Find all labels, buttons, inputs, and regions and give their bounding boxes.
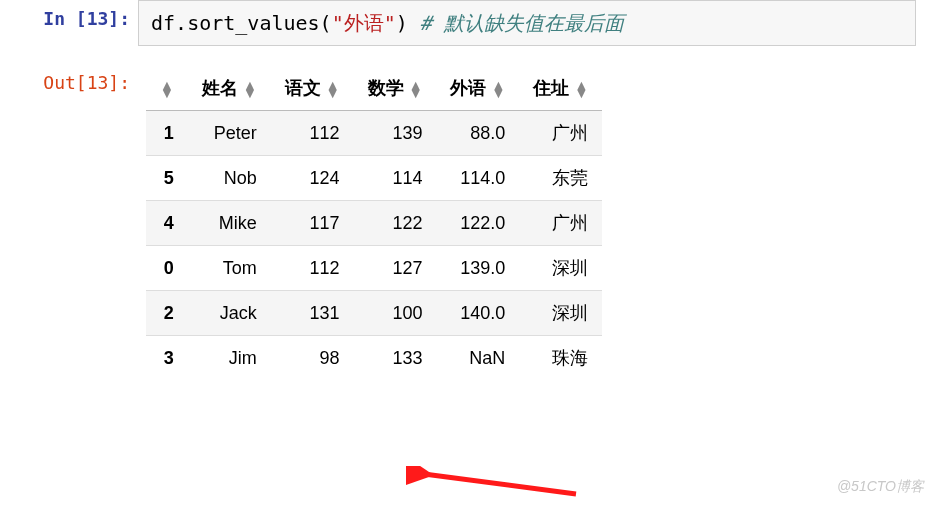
code-open-paren: (	[320, 11, 332, 35]
sort-icon[interactable]: ▲▼	[243, 81, 257, 97]
table-cell: 112	[271, 111, 354, 156]
table-row: 1Peter11213988.0广州	[146, 111, 602, 156]
index-header[interactable]: ▲▼	[146, 66, 188, 111]
table-cell: 珠海	[519, 336, 602, 381]
table-header: ▲▼姓名 ▲▼语文 ▲▼数学 ▲▼外语 ▲▼住址 ▲▼	[146, 66, 602, 111]
sort-icon[interactable]: ▲▼	[492, 81, 506, 97]
table-row: 2Jack131100140.0深圳	[146, 291, 602, 336]
row-index: 2	[146, 291, 188, 336]
code-comment: # 默认缺失值在最后面	[420, 11, 624, 35]
table-cell: 139	[354, 111, 437, 156]
table-cell: 114	[354, 156, 437, 201]
table-row: 3Jim98133NaN珠海	[146, 336, 602, 381]
code-method: .sort_values	[175, 11, 320, 35]
table-cell: 东莞	[519, 156, 602, 201]
table-cell: 88.0	[436, 111, 519, 156]
table-row: 4Mike117122122.0广州	[146, 201, 602, 246]
code-input[interactable]: df.sort_values("外语") # 默认缺失值在最后面	[138, 0, 916, 46]
table-cell: 深圳	[519, 246, 602, 291]
table-cell: 140.0	[436, 291, 519, 336]
in-prompt: In [13]:	[0, 0, 138, 29]
sort-icon[interactable]: ▲▼	[326, 81, 340, 97]
row-index: 5	[146, 156, 188, 201]
table-cell: 124	[271, 156, 354, 201]
column-label: 住址	[533, 78, 569, 98]
table-cell: 112	[271, 246, 354, 291]
table-cell: 114.0	[436, 156, 519, 201]
table-cell: 139.0	[436, 246, 519, 291]
svg-line-0	[424, 474, 576, 494]
column-header[interactable]: 数学 ▲▼	[354, 66, 437, 111]
table-cell: Peter	[188, 111, 271, 156]
table-cell: 100	[354, 291, 437, 336]
column-header[interactable]: 语文 ▲▼	[271, 66, 354, 111]
row-index: 4	[146, 201, 188, 246]
column-label: 数学	[368, 78, 404, 98]
row-index: 3	[146, 336, 188, 381]
column-header[interactable]: 姓名 ▲▼	[188, 66, 271, 111]
table-cell: Jim	[188, 336, 271, 381]
watermark: @51CTO博客	[837, 478, 924, 496]
row-index: 0	[146, 246, 188, 291]
table-cell: 117	[271, 201, 354, 246]
sort-icon[interactable]: ▲▼	[574, 81, 588, 97]
code-close-paren: )	[396, 11, 408, 35]
row-index: 1	[146, 111, 188, 156]
output-cell: Out[13]: ▲▼姓名 ▲▼语文 ▲▼数学 ▲▼外语 ▲▼住址 ▲▼ 1Pe…	[0, 64, 936, 380]
annotation-arrow-icon	[406, 466, 586, 506]
table-cell: NaN	[436, 336, 519, 381]
sort-icon[interactable]: ▲▼	[409, 81, 423, 97]
column-label: 外语	[450, 78, 486, 98]
output-area: ▲▼姓名 ▲▼语文 ▲▼数学 ▲▼外语 ▲▼住址 ▲▼ 1Peter112139…	[138, 64, 602, 380]
column-label: 语文	[285, 78, 321, 98]
table-cell: 广州	[519, 201, 602, 246]
code-arg-string: "外语"	[332, 11, 396, 35]
dataframe-table: ▲▼姓名 ▲▼语文 ▲▼数学 ▲▼外语 ▲▼住址 ▲▼ 1Peter112139…	[146, 66, 602, 380]
table-cell: 133	[354, 336, 437, 381]
code-obj: df	[151, 11, 175, 35]
table-cell: 广州	[519, 111, 602, 156]
column-header[interactable]: 外语 ▲▼	[436, 66, 519, 111]
table-cell: Mike	[188, 201, 271, 246]
table-cell: 深圳	[519, 291, 602, 336]
table-cell: Jack	[188, 291, 271, 336]
code-spacer	[408, 11, 420, 35]
table-header-row: ▲▼姓名 ▲▼语文 ▲▼数学 ▲▼外语 ▲▼住址 ▲▼	[146, 66, 602, 111]
input-cell: In [13]: df.sort_values("外语") # 默认缺失值在最后…	[0, 0, 936, 46]
sort-icon[interactable]: ▲▼	[160, 81, 174, 97]
out-prompt: Out[13]:	[0, 64, 138, 93]
column-label: 姓名	[202, 78, 238, 98]
table-row: 5Nob124114114.0东莞	[146, 156, 602, 201]
table-cell: 98	[271, 336, 354, 381]
table-row: 0Tom112127139.0深圳	[146, 246, 602, 291]
table-cell: 127	[354, 246, 437, 291]
table-cell: Tom	[188, 246, 271, 291]
table-cell: 122	[354, 201, 437, 246]
table-cell: 122.0	[436, 201, 519, 246]
table-cell: 131	[271, 291, 354, 336]
column-header[interactable]: 住址 ▲▼	[519, 66, 602, 111]
table-cell: Nob	[188, 156, 271, 201]
table-body: 1Peter11213988.0广州5Nob124114114.0东莞4Mike…	[146, 111, 602, 381]
